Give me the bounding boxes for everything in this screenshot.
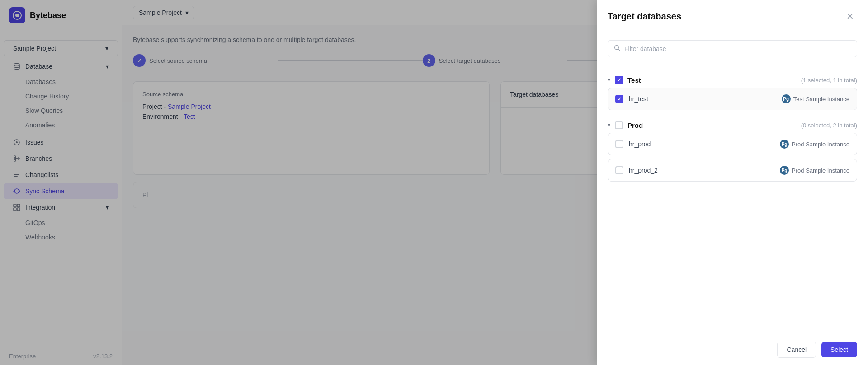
test-chevron-icon: ▾: [608, 77, 610, 83]
prod-env-count: (0 selected, 2 in total): [801, 122, 857, 129]
search-input[interactable]: [624, 45, 851, 52]
hr-prod-name: hr_prod: [629, 140, 774, 148]
hr-prod-2-instance-label: Prod Sample Instance: [792, 167, 849, 174]
modal-close-button[interactable]: ✕: [843, 9, 857, 23]
env-header-prod[interactable]: ▾ Prod (0 selected, 2 in total): [608, 117, 857, 133]
hr-test-checkbox[interactable]: [615, 95, 623, 103]
hr-prod-2-name: hr_prod_2: [629, 167, 774, 174]
db-item-hr-prod-2: hr_prod_2 Pg Prod Sample Instance: [608, 159, 857, 182]
postgres-icon-hr-prod: Pg: [780, 140, 789, 149]
close-icon: ✕: [846, 11, 854, 22]
hr-prod-2-checkbox[interactable]: [615, 166, 623, 174]
prod-env-checkbox[interactable]: [615, 121, 623, 129]
modal-overlay[interactable]: Target databases ✕ ▾: [0, 0, 868, 365]
test-env-checkbox[interactable]: [615, 76, 623, 84]
env-group-prod: ▾ Prod (0 selected, 2 in total) hr_prod …: [608, 117, 857, 182]
test-env-count: (1 selected, 1 in total): [801, 77, 857, 84]
modal-cancel-button[interactable]: Cancel: [777, 342, 816, 358]
db-item-hr-test: hr_test Pg Test Sample Instance: [608, 88, 857, 110]
modal-body: ▾ Test (1 selected, 1 in total) hr_test …: [597, 65, 868, 334]
db-item-hr-prod: hr_prod Pg Prod Sample Instance: [608, 133, 857, 155]
hr-prod-checkbox[interactable]: [615, 140, 623, 148]
search-input-wrap: [608, 40, 857, 57]
hr-test-instance-label: Test Sample Instance: [793, 96, 849, 103]
modal-header: Target databases ✕: [597, 0, 868, 33]
prod-chevron-icon: ▾: [608, 122, 610, 128]
modal-search-section: [597, 33, 868, 65]
postgres-icon-hr-prod-2: Pg: [780, 166, 789, 175]
env-header-test[interactable]: ▾ Test (1 selected, 1 in total): [608, 72, 857, 88]
hr-prod-instance-label: Prod Sample Instance: [792, 141, 849, 148]
test-env-name: Test: [627, 76, 797, 84]
hr-prod-2-instance: Pg Prod Sample Instance: [780, 166, 849, 175]
modal-title: Target databases: [608, 11, 681, 22]
prod-env-name: Prod: [627, 122, 797, 129]
modal-select-button[interactable]: Select: [821, 342, 857, 357]
postgres-icon-hr-test: Pg: [782, 94, 791, 103]
search-icon: [613, 44, 621, 53]
target-databases-modal: Target databases ✕ ▾: [597, 0, 868, 365]
env-group-test: ▾ Test (1 selected, 1 in total) hr_test …: [608, 72, 857, 110]
hr-test-name: hr_test: [629, 95, 776, 103]
hr-prod-instance: Pg Prod Sample Instance: [780, 140, 849, 149]
hr-test-instance: Pg Test Sample Instance: [782, 94, 849, 103]
modal-footer: Cancel Select: [597, 334, 868, 365]
